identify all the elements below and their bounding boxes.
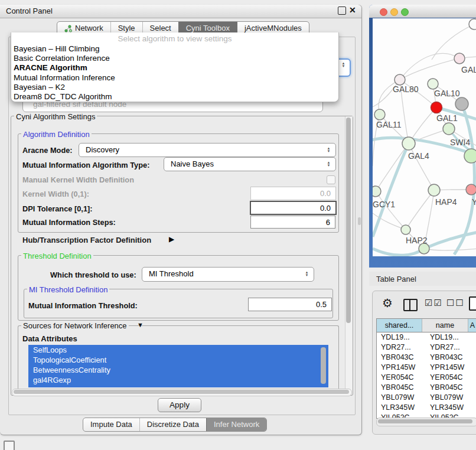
table-row[interactable]: YBL079WYBL079W xyxy=(377,393,476,403)
dpi-tolerance-value: 0.0 xyxy=(320,204,331,213)
columns-icon[interactable] xyxy=(403,299,418,311)
node-gcy1[interactable] xyxy=(373,186,381,197)
document-icon[interactable] xyxy=(469,296,476,311)
combo-arrows-icon: ▲▼ xyxy=(341,62,346,67)
docked-panel-icon[interactable] xyxy=(4,441,15,450)
application-root: Control Panel ✕ Network Style Select Cyn… xyxy=(0,0,476,450)
node-pink[interactable] xyxy=(454,53,465,64)
node-gal80[interactable] xyxy=(395,74,405,85)
algorithm-option[interactable]: Dream8 DC_TDC Algorithm xyxy=(14,92,336,102)
mi-algorithm-type-value: Naive Bayes xyxy=(171,159,214,168)
apply-button[interactable]: Apply xyxy=(158,398,201,412)
node-label: GAL1 xyxy=(436,113,458,123)
node-partial-top[interactable] xyxy=(469,19,476,30)
collapse-arrow-icon[interactable]: ▼ xyxy=(137,321,144,328)
mi-threshold-input[interactable]: 0.5 xyxy=(248,298,332,311)
tab-infer-network-label: Infer Network xyxy=(214,418,259,431)
attributes-list-scrollbar[interactable] xyxy=(321,347,326,384)
table-row[interactable]: YDL19...YDL19...13 xyxy=(377,332,476,343)
checked-columns-icon[interactable]: ☑☑ xyxy=(425,298,443,308)
table-row[interactable]: YPR145WYPR145W9. xyxy=(377,363,476,373)
network-node-labels: GAL GAL80 GAL10 GAL1 GAL11 SWI4 GAL4 GCY… xyxy=(373,65,476,245)
attribute-item-selected[interactable]: BetweennessCentrality xyxy=(28,365,328,375)
node-hap2[interactable] xyxy=(401,225,410,234)
network-canvas[interactable]: GAL GAL80 GAL10 GAL1 GAL11 SWI4 GAL4 GCY… xyxy=(373,18,476,256)
node-label: GAL10 xyxy=(434,89,460,98)
mi-steps-input[interactable]: 6 xyxy=(250,216,335,229)
node-hap4[interactable] xyxy=(428,184,440,196)
table-horizontal-scrollbar-thumb[interactable] xyxy=(378,419,472,423)
table-panel-title: Table Panel xyxy=(376,275,416,283)
tab-discretize-data[interactable]: Discretize Data xyxy=(139,418,206,431)
node-swi4[interactable] xyxy=(464,149,476,163)
table-toolbar: ⚙ ☑☑ ☐☐ xyxy=(373,291,476,318)
table-panel-container: ⚙ ☑☑ ☐☐ shared... name A YDL19...YDL19..… xyxy=(372,291,476,435)
hub-factor-definition-label[interactable]: Hub/Transcription Factor Definition xyxy=(22,236,151,244)
kernel-width-label: Kernel Width (0,1): xyxy=(22,190,89,198)
tab-infer-network[interactable]: Infer Network xyxy=(206,418,266,431)
aracne-mode-combo[interactable]: Discovery ▲▼ xyxy=(79,143,336,157)
zoom-traffic-light-icon[interactable] xyxy=(401,8,409,16)
settings-vertical-scrollbar-thumb[interactable] xyxy=(346,118,351,323)
tab-impute-data[interactable]: Impute Data xyxy=(83,418,139,431)
algorithm-option[interactable]: Mutual Information Inference xyxy=(14,73,336,83)
close-traffic-light-icon[interactable] xyxy=(380,8,387,16)
algorithm-option[interactable]: Basic Correlation Inference xyxy=(14,54,336,63)
table-horizontal-scrollbar-track[interactable] xyxy=(376,418,476,426)
mi-threshold-label: Mutual Information Threshold: xyxy=(28,301,138,310)
network-view-window: GAL GAL80 GAL10 GAL1 GAL11 SWI4 GAL4 GCY… xyxy=(369,5,476,268)
node-gray[interactable] xyxy=(455,97,468,110)
attribute-item-selected[interactable]: SelfLoops xyxy=(28,345,328,355)
algorithm-option[interactable]: Bayesian – Hill Climbing xyxy=(14,44,336,54)
node-label: SWI4 xyxy=(450,138,470,147)
dpi-tolerance-input[interactable]: 0.0 xyxy=(250,201,337,215)
control-panel-titlebar[interactable] xyxy=(0,5,361,18)
combo-arrows-icon: ▲▼ xyxy=(326,161,331,167)
mi-steps-label: Mutual Information Steps: xyxy=(22,218,116,227)
table-row[interactable]: YLR345WYLR345W9. xyxy=(377,403,476,413)
node-salmon[interactable] xyxy=(466,184,476,195)
column-header-name[interactable]: name xyxy=(422,319,468,332)
table-row[interactable]: YBR043CYBR043C xyxy=(377,353,476,363)
which-threshold-value: MI Threshold xyxy=(149,269,194,278)
close-icon[interactable]: ✕ xyxy=(349,5,356,15)
table-row[interactable]: YER054CYER054C8. xyxy=(377,373,476,383)
data-attributes-list[interactable]: SelfLoops TopologicalCoefficient Between… xyxy=(28,345,328,387)
attribute-item-selected[interactable]: TopologicalCoefficient xyxy=(28,355,328,365)
column-header-shared-name[interactable]: shared... xyxy=(377,319,422,332)
node-label: GAL xyxy=(461,65,476,74)
network-icon xyxy=(64,25,72,32)
aracne-mode-value: Discovery xyxy=(86,145,119,154)
settings-horizontal-scrollbar-thumb[interactable] xyxy=(14,390,349,394)
kernel-width-input: 0.0 xyxy=(250,187,336,200)
column-header-partial[interactable]: A xyxy=(468,319,476,332)
node-gal1[interactable] xyxy=(443,123,455,135)
panel-splitter-handle[interactable] xyxy=(358,217,361,225)
manual-kernel-width-checkbox[interactable] xyxy=(327,175,335,184)
aracne-mode-label: Aracne Mode: xyxy=(22,146,73,155)
mi-algorithm-type-combo[interactable]: Naive Bayes ▲▼ xyxy=(164,157,336,171)
expand-arrow-icon[interactable]: ▶ xyxy=(169,235,174,243)
node-table[interactable]: shared... name A YDL19...YDL19...13 YDR2… xyxy=(376,318,476,419)
attribute-item-selected[interactable]: gal4RGexp xyxy=(28,375,328,385)
unchecked-columns-icon[interactable]: ☐☐ xyxy=(446,298,465,308)
table-row[interactable]: YDR27...YDR27...12 xyxy=(377,343,476,353)
node-gal10[interactable] xyxy=(428,79,438,89)
control-panel-title: Control Panel xyxy=(6,6,53,15)
tab-discretize-data-label: Discretize Data xyxy=(147,418,199,431)
node-label: GAL11 xyxy=(376,120,402,129)
mi-threshold-definition-title: MI Threshold Definition xyxy=(27,285,109,294)
algorithm-option[interactable]: Bayesian – K2 xyxy=(14,83,336,92)
algorithm-dropdown-prompt: Select algorithm to view settings xyxy=(11,34,338,43)
float-window-icon[interactable] xyxy=(338,6,346,15)
algorithm-definition-title: Algorithm Definition xyxy=(21,130,92,139)
node-gal4[interactable] xyxy=(402,137,415,150)
node-red-selected[interactable] xyxy=(431,102,442,113)
minimize-traffic-light-icon[interactable] xyxy=(390,8,398,16)
algorithm-option-selected[interactable]: ARACNE Algorithm xyxy=(14,63,336,73)
node-gal11[interactable] xyxy=(374,109,385,120)
gear-icon[interactable]: ⚙ xyxy=(382,296,393,310)
network-window-titlebar[interactable] xyxy=(369,5,476,18)
table-row[interactable]: YBR045CYBR045C9. xyxy=(377,383,476,393)
which-threshold-combo[interactable]: MI Threshold ▲▼ xyxy=(142,267,314,282)
